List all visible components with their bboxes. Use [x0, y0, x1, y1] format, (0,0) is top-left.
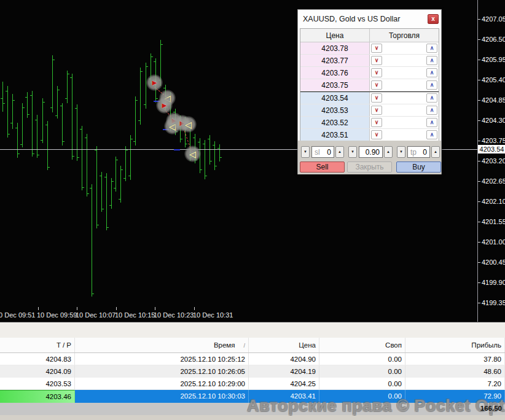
bar-open-tick: [109, 205, 111, 206]
ohlc-bar: [82, 126, 82, 190]
bar-open-tick: [35, 120, 37, 120]
table-column-header[interactable]: T / P: [0, 338, 75, 352]
sl-increment-icon[interactable]: ▲: [335, 146, 344, 158]
price-axis-label: 4203.75: [482, 137, 505, 144]
price-ladder-row[interactable]: 4203.54∨∧: [300, 92, 439, 104]
buy-at-price-icon[interactable]: ∧: [426, 44, 437, 53]
volume-decrement-icon[interactable]: ▼: [348, 146, 357, 158]
ladder-price: 4203.54: [300, 92, 370, 104]
price-axis-label: 4205.40: [482, 76, 505, 84]
position-row[interactable]: 4204.832025.12.10 10:25:124204.900.0037.…: [0, 353, 505, 365]
sell-at-price-icon[interactable]: ∨: [371, 68, 382, 77]
sell-button[interactable]: Sell: [300, 161, 345, 173]
price-axis-label: 4203.20: [482, 157, 505, 165]
ohlc-bar: [52, 55, 53, 112]
table-column-header[interactable]: Время/: [75, 338, 249, 352]
sell-at-price-icon[interactable]: ∨: [371, 44, 382, 53]
position-cell: 2025.12.10 10:30:03: [75, 390, 249, 403]
buy-at-price-icon[interactable]: ∧: [426, 56, 437, 65]
tp-increment-icon[interactable]: ▲: [431, 146, 440, 158]
bar-close-tick: [43, 102, 45, 103]
close-position-button[interactable]: Закрыть: [347, 161, 392, 173]
ohlc-bar: [135, 96, 136, 146]
sell-at-price-icon[interactable]: ∨: [371, 56, 382, 65]
bar-open-tick: [133, 141, 135, 142]
buy-at-price-icon[interactable]: ∧: [426, 93, 437, 103]
sell-at-price-icon[interactable]: ∨: [371, 118, 382, 127]
ohlc-bar: [140, 68, 141, 125]
sl-decrement-icon[interactable]: ▼: [301, 146, 310, 158]
sell-arrow-icon: ►: [146, 74, 163, 91]
price-axis-label: 4201.55: [482, 218, 505, 225]
ohlc-bar: [115, 157, 116, 192]
price-ladder-row[interactable]: 4203.78∨∧: [300, 42, 439, 55]
price-ladder-row[interactable]: 4203.52∨∧: [300, 117, 439, 129]
volume-increment-icon[interactable]: ▲: [384, 146, 393, 158]
bar-close-tick: [37, 155, 39, 155]
price-ladder-row[interactable]: 4203.76∨∧: [300, 67, 439, 79]
position-row[interactable]: 4203.532025.12.10 10:29:004204.250.007.2…: [0, 378, 505, 390]
sell-at-price-icon[interactable]: ∨: [371, 106, 382, 115]
price-axis: 4203.54 4207.054206.504205.954205.404204…: [477, 0, 505, 322]
tp-field[interactable]: tp 0: [407, 146, 430, 158]
bar-open-tick: [45, 125, 47, 125]
close-icon[interactable]: x: [428, 14, 439, 24]
sell-at-price-icon[interactable]: ∨: [371, 130, 382, 139]
time-axis-tick: [77, 307, 77, 310]
price-ladder-row[interactable]: 4203.53∨∧: [300, 104, 439, 117]
price-axis-label: 4205.95: [482, 56, 505, 63]
ohlc-bar: [12, 94, 13, 129]
price-axis-label: 4201.00: [482, 238, 505, 246]
bar-open-tick: [114, 188, 115, 189]
price-axis-tick: [478, 201, 480, 202]
time-axis-tick: [38, 307, 39, 310]
sell-arrow-icon: ►: [156, 97, 173, 114]
bar-open-tick: [1, 98, 2, 99]
buy-at-price-icon[interactable]: ∧: [426, 80, 437, 90]
bar-open-tick: [80, 129, 82, 130]
dialog-titlebar[interactable]: XAUUSD, Gold vs US Dollar x: [298, 10, 441, 28]
price-ladder-row[interactable]: 4203.51∨∧: [300, 129, 439, 141]
ohlc-bar: [42, 98, 43, 143]
bar-close-tick: [126, 150, 128, 150]
bar-open-tick: [123, 178, 125, 179]
bar-close-tick: [121, 169, 123, 170]
current-price-tag: 4203.54: [478, 145, 505, 154]
time-axis-label: 10 Dec 10:07: [76, 311, 115, 319]
tp-decrement-icon[interactable]: ▼: [397, 146, 405, 158]
position-row[interactable]: 4204.092025.12.10 10:26:054204.190.0048.…: [0, 365, 505, 378]
sell-at-price-icon[interactable]: ∨: [371, 80, 382, 90]
table-column-header[interactable]: Прибыль: [405, 338, 505, 352]
bar-close-tick: [92, 294, 94, 294]
position-cell: 48.60: [405, 365, 505, 378]
price-axis-tick: [478, 80, 480, 80]
bar-close-tick: [112, 181, 114, 182]
buy-at-price-icon[interactable]: ∧: [426, 106, 437, 115]
bar-close-tick: [72, 156, 74, 157]
time-axis-label: 10 Dec 10:23: [154, 311, 194, 319]
volume-field[interactable]: 0.90: [359, 146, 383, 158]
buy-button[interactable]: Buy: [396, 161, 441, 173]
bar-close-tick: [18, 154, 20, 154]
price-ladder-row[interactable]: 4203.75∨∧: [300, 79, 439, 91]
bar-open-tick: [198, 142, 200, 142]
table-column-header[interactable]: Цена: [249, 338, 319, 352]
ohlc-bar: [72, 74, 72, 160]
bar-close-tick: [161, 44, 163, 45]
sl-field[interactable]: sl 0: [311, 146, 334, 158]
separator-band: [0, 322, 505, 338]
table-column-header[interactable]: Своп: [319, 338, 405, 352]
position-cell: 0.00: [319, 353, 405, 365]
bar-open-tick: [100, 176, 101, 176]
ohlc-bar: [87, 134, 87, 196]
ohlc-bar: [77, 104, 77, 161]
buy-at-price-icon[interactable]: ∧: [426, 118, 437, 127]
bar-close-tick: [13, 100, 15, 101]
sell-at-price-icon[interactable]: ∨: [371, 93, 382, 103]
price-ladder-row[interactable]: 4203.77∨∧: [300, 55, 439, 67]
ladder-trade-cell: ∨∧: [370, 104, 439, 116]
order-dialog: XAUUSD, Gold vs US Dollar x Цена Торговл…: [297, 9, 442, 174]
bar-close-tick: [146, 66, 148, 67]
buy-at-price-icon[interactable]: ∧: [426, 130, 437, 139]
buy-at-price-icon[interactable]: ∧: [426, 68, 437, 77]
